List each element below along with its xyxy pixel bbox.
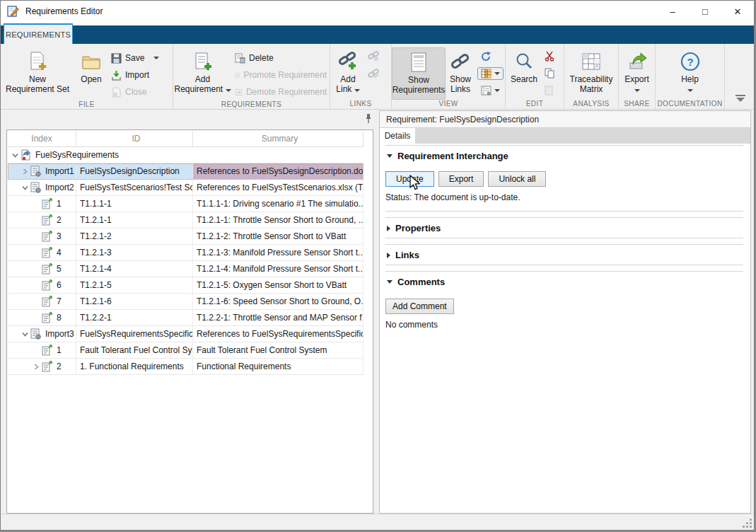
table-row[interactable]: Import3FuelSysRequirementsSpecificationR… [8,326,364,342]
add-requirement-caret[interactable] [226,89,231,92]
cell-summary[interactable]: T1.2.1-3: Manifold Pressure Sensor Short… [193,245,364,260]
tree-chevron-icon[interactable] [20,331,30,337]
cell-summary[interactable]: T1.2.1-2: Throttle Sensor Short to VBatt [193,229,364,244]
cell-summary[interactable]: T1.2.1-1: Throttle Sensor Short to Groun… [193,212,364,228]
cell-summary[interactable]: T1.2.2-1: Throttle Sensor and MAP Sensor… [193,310,364,325]
update-button[interactable]: Update [385,171,434,187]
requirement-interchange-header[interactable]: Requirement Interchange [385,145,743,166]
requirement-set-row[interactable]: FuelSysRequirements [8,147,364,163]
cell-summary[interactable]: Functional Requirements [193,359,364,374]
table-row[interactable]: 6T1.2.1-5T1.2.1-5: Oxygen Sensor Short t… [8,277,364,294]
unlock-all-button[interactable]: Unlock all [488,171,546,187]
tree-chevron-icon[interactable] [20,185,30,191]
help-button[interactable]: ? Help [669,47,711,100]
copy-button[interactable] [542,64,559,81]
search-button[interactable]: Search [506,47,542,100]
import-button[interactable]: Import [108,66,170,83]
cell-summary[interactable]: T1.2.1-4: Manifold Pressure Sensor Short… [193,261,364,277]
cell-id[interactable]: T1.1.1-1 [76,196,193,212]
cell-index[interactable]: Import1 [8,163,76,179]
cell-id[interactable]: T1.2.1-1 [76,212,193,228]
cell-index[interactable]: 6 [8,277,76,293]
table-row[interactable]: 8T1.2.2-1T1.2.2-1: Throttle Sensor and M… [8,310,364,326]
cell-id[interactable]: Fault Tolerant Fuel Control System [76,342,193,358]
cell-index[interactable]: 7 [8,294,76,309]
pin-icon[interactable] [364,113,373,125]
cell-id[interactable]: FuelSysRequirementsSpecification [76,326,193,342]
tree-chevron-icon[interactable] [31,364,41,370]
table-row[interactable]: 2T1.2.1-1T1.2.1-1: Throttle Sensor Short… [8,212,364,229]
cell-index[interactable]: 4 [8,245,76,260]
cell-id[interactable]: FuelSysTestScenarios!Test Scen... [76,180,193,195]
cell-id[interactable]: T1.2.1-4 [76,261,193,277]
links-section-header[interactable]: Links [385,244,743,265]
cell-id[interactable]: 1. Functional Requirements [76,359,193,374]
cell-index[interactable]: 2 [8,359,76,374]
resize-grip[interactable] [743,519,752,528]
cell-summary[interactable]: References to FuelSysTestScenarios.xlsx … [193,180,364,195]
table-row[interactable]: 21. Functional RequirementsFunctional Re… [8,359,364,375]
traceability-matrix-button[interactable]: Traceability Matrix [565,47,617,100]
cell-id[interactable]: T1.2.1-6 [76,294,193,309]
minimize-button[interactable]: – [656,1,689,22]
open-button[interactable]: Open [74,47,108,100]
tree-chevron-icon[interactable] [20,168,30,175]
table-row[interactable]: 7T1.2.1-6T1.2.1-6: Speed Sensor Short to… [8,294,364,310]
new-requirement-set-button[interactable]: New Requirement Set [1,47,74,100]
maximize-button[interactable]: □ [689,1,721,22]
add-link-caret[interactable] [354,89,360,92]
cell-index[interactable]: 8 [8,310,76,325]
table-row[interactable]: 4T1.2.1-3T1.2.1-3: Manifold Pressure Sen… [8,245,364,261]
cell-summary[interactable]: References to FuelSysDesignDescription.d… [193,163,364,179]
cell-id[interactable]: T1.2.1-2 [76,229,193,244]
tree-chevron-icon[interactable] [10,152,20,158]
columns-dropdown[interactable] [477,67,504,80]
tab-requirements[interactable]: REQUIREMENTS [4,23,73,44]
column-header-summary[interactable]: Summary [193,131,364,146]
cut-button[interactable] [542,47,559,64]
cell-index[interactable]: 5 [8,261,76,277]
export-caret[interactable] [634,89,640,92]
table-row[interactable]: 1T1.1.1-1T1.1.1-1: Driving scenario #1 T… [8,196,364,212]
add-requirement-button[interactable]: Add Requirement [173,47,232,100]
delete-button[interactable]: Delete [232,50,330,66]
table-row[interactable]: FuelSysRequirements [8,147,364,163]
cell-index[interactable]: Import3 [8,326,76,342]
export-button[interactable]: Export [620,47,655,100]
cell-index[interactable]: 1 [8,342,76,358]
cell-summary[interactable]: Fault Tolerant Fuel Control System [193,342,364,358]
cell-summary[interactable]: T1.1.1-1: Driving scenario #1 The simula… [193,196,364,212]
refresh-view-button[interactable] [475,48,505,65]
collapse-ribbon-icon[interactable] [735,95,745,102]
column-header-id[interactable]: ID [76,131,193,146]
save-dropdown-caret[interactable] [153,57,159,59]
comments-section-header[interactable]: Comments [385,271,743,291]
cell-index[interactable]: 1 [8,196,76,212]
cell-id[interactable]: T1.2.2-1 [76,310,193,325]
add-link-button[interactable]: Add Link [330,47,366,100]
close-button[interactable]: ✕ [721,1,754,22]
add-comment-button[interactable]: Add Comment [385,299,454,314]
save-button[interactable]: Save [108,50,170,66]
cell-id[interactable]: T1.2.1-5 [76,277,193,293]
cell-summary[interactable]: T1.2.1-6: Speed Sensor Short to Ground, … [193,294,364,309]
help-caret[interactable] [687,89,693,92]
show-requirements-button[interactable]: Show Requirements [392,47,446,100]
tab-details[interactable]: Details [380,128,415,144]
table-row[interactable]: 3T1.2.1-2T1.2.1-2: Throttle Sensor Short… [8,229,364,245]
export-document-button[interactable]: Export [438,171,484,187]
columns-caret[interactable] [494,72,500,75]
table-row[interactable]: 1Fault Tolerant Fuel Control SystemFault… [8,342,364,359]
show-links-button[interactable]: Show Links [446,47,475,100]
cell-index[interactable]: 2 [8,212,76,228]
cell-id[interactable]: FuelSysDesignDescription [76,163,193,179]
column-header-index[interactable]: Index [8,131,76,146]
cell-id[interactable]: T1.2.1-3 [76,245,193,260]
cell-index[interactable]: Import2 [8,180,76,195]
rows-caret[interactable] [494,89,500,92]
cell-summary[interactable]: References to FuelSysRequirementsSpecifi… [193,326,364,342]
cell-index[interactable]: 3 [8,229,76,244]
table-row[interactable]: Import2FuelSysTestScenarios!Test Scen...… [8,180,364,196]
properties-section-header[interactable]: Properties [385,217,743,238]
cell-summary[interactable]: T1.2.1-5: Oxygen Sensor Short to VBatt [193,277,364,293]
